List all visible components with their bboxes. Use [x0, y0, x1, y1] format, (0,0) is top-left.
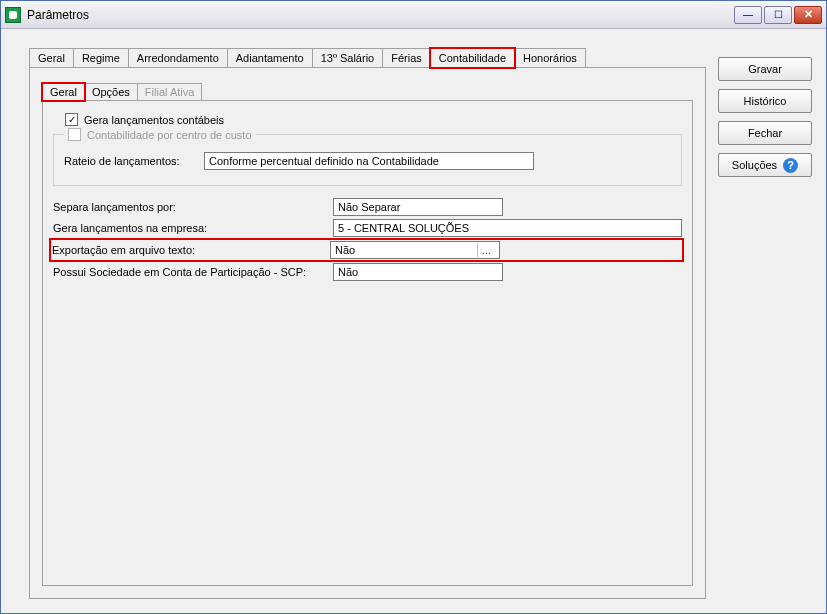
window-title: Parâmetros [27, 8, 734, 22]
tab-honorarios[interactable]: Honorários [514, 48, 586, 67]
export-label: Exportação em arquivo texto: [52, 244, 320, 256]
gera-lancamentos-row: Gera lançamentos contábeis [65, 113, 682, 126]
centro-custo-frame: Contabilidade por centro de custo Rateio… [53, 134, 682, 186]
separa-label: Separa lançamentos por: [53, 201, 323, 213]
gera-empresa-row: Gera lançamentos na empresa: 5 - CENTRAL… [53, 219, 682, 237]
centro-custo-checkbox [68, 128, 81, 141]
scp-row: Possui Sociedade em Conta de Participaçã… [53, 263, 682, 281]
centro-custo-group: Contabilidade por centro de custo Rateio… [53, 134, 682, 186]
inner-tab-body: Gera lançamentos contábeis Contabilidade… [42, 100, 693, 586]
separa-value: Não Separar [338, 201, 400, 213]
client-area: Geral Regime Arredondamento Adiantamento… [1, 29, 826, 613]
tab-contabilidade[interactable]: Contabilidade [430, 48, 515, 68]
historico-label: Histórico [744, 95, 787, 107]
inner-tab-filial-ativa: Filial Ativa [137, 83, 203, 100]
rateio-label: Rateio de lançamentos: [64, 155, 194, 167]
minimize-button[interactable]: — [734, 6, 762, 24]
side-button-panel: Gravar Histórico Fechar Soluções ? [718, 47, 812, 599]
export-row: Exportação em arquivo texto: Não ... [51, 240, 682, 260]
maximize-button[interactable]: ☐ [764, 6, 792, 24]
solucoes-label: Soluções [732, 159, 777, 171]
inner-tab-opcoes[interactable]: Opções [84, 83, 138, 100]
close-icon: ✕ [804, 8, 813, 21]
export-value: Não [335, 244, 355, 256]
gravar-label: Gravar [748, 63, 782, 75]
tab-13-salario[interactable]: 13º Salário [312, 48, 384, 67]
rateio-field[interactable]: Conforme percentual definido na Contabil… [204, 152, 534, 170]
fechar-label: Fechar [748, 127, 782, 139]
main-panel: Geral Regime Arredondamento Adiantamento… [29, 47, 706, 599]
close-button[interactable]: ✕ [794, 6, 822, 24]
gera-lancamentos-checkbox[interactable] [65, 113, 78, 126]
scp-field[interactable]: Não [333, 263, 503, 281]
export-browse-button[interactable]: ... [477, 243, 495, 257]
separa-field[interactable]: Não Separar [333, 198, 503, 216]
inner-tabstrip: Geral Opções Filial Ativa [42, 82, 693, 100]
solucoes-button[interactable]: Soluções ? [718, 153, 812, 177]
tab-adiantamento[interactable]: Adiantamento [227, 48, 313, 67]
gravar-button[interactable]: Gravar [718, 57, 812, 81]
tab-geral[interactable]: Geral [29, 48, 74, 67]
window-frame: Parâmetros — ☐ ✕ Geral Regime Arredondam… [0, 0, 827, 614]
scp-label: Possui Sociedade em Conta de Participaçã… [53, 266, 323, 278]
historico-button[interactable]: Histórico [718, 89, 812, 113]
titlebar: Parâmetros — ☐ ✕ [1, 1, 826, 29]
minimize-icon: — [743, 9, 753, 20]
rateio-value: Conforme percentual definido na Contabil… [209, 155, 439, 167]
app-icon [5, 7, 21, 23]
outer-tab-body: Geral Opções Filial Ativa Gera lançament… [29, 67, 706, 599]
inner-tab-geral[interactable]: Geral [42, 83, 85, 101]
gera-empresa-label: Gera lançamentos na empresa: [53, 222, 323, 234]
scp-value: Não [338, 266, 358, 278]
gera-lancamentos-label: Gera lançamentos contábeis [84, 114, 224, 126]
centro-custo-legend: Contabilidade por centro de custo [64, 128, 256, 141]
fechar-button[interactable]: Fechar [718, 121, 812, 145]
rateio-row: Rateio de lançamentos: Conforme percentu… [64, 152, 671, 170]
help-icon: ? [783, 158, 798, 173]
outer-tabstrip: Geral Regime Arredondamento Adiantamento… [29, 47, 706, 67]
export-field[interactable]: Não ... [330, 241, 500, 259]
centro-custo-label: Contabilidade por centro de custo [87, 129, 252, 141]
maximize-icon: ☐ [774, 9, 783, 20]
tab-ferias[interactable]: Férias [382, 48, 431, 67]
window-control-buttons: — ☐ ✕ [734, 6, 822, 24]
gera-empresa-field[interactable]: 5 - CENTRAL SOLUÇÕES [333, 219, 682, 237]
separa-row: Separa lançamentos por: Não Separar [53, 198, 682, 216]
gera-empresa-value: 5 - CENTRAL SOLUÇÕES [338, 222, 469, 234]
tab-arredondamento[interactable]: Arredondamento [128, 48, 228, 67]
tab-regime[interactable]: Regime [73, 48, 129, 67]
